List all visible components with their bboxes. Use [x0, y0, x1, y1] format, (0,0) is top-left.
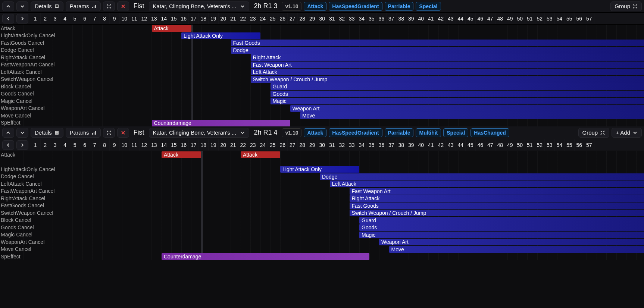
svg-rect-2 — [56, 6, 58, 7]
timeline-bar[interactable]: Attack — [162, 151, 201, 158]
tag-badge[interactable]: Attack — [304, 128, 326, 137]
timeline-bar[interactable]: Left Attack — [251, 69, 644, 75]
timeline-bar[interactable]: Right Attack — [350, 195, 644, 202]
timeline-bar[interactable]: Move — [389, 246, 644, 253]
ruler-tick: 43 — [446, 139, 456, 151]
timeline-bar[interactable]: Counterdamage — [162, 253, 369, 260]
track-label: FastGoods Cancel — [0, 202, 19, 208]
close-button[interactable] — [117, 128, 129, 138]
timeline-bar[interactable]: Right Attack — [251, 54, 644, 61]
params-label: Params — [70, 129, 89, 136]
tag-badge[interactable]: Multihit — [416, 128, 441, 137]
tag-badge[interactable]: Parriable — [385, 128, 414, 137]
group-button[interactable]: Group — [610, 1, 642, 11]
tracks-area: Attack Attack LightAttackOnly Cancel Lig… — [0, 25, 644, 126]
tag-badge[interactable]: Special — [443, 128, 468, 137]
ruler-tick: 35 — [367, 139, 377, 151]
timeline-bar[interactable]: Weapon Art — [379, 239, 644, 245]
bar-label: Move — [302, 113, 315, 119]
timeline-bar[interactable]: Fast Goods — [350, 202, 644, 209]
tag-badge[interactable]: v1.10 — [282, 128, 301, 137]
tag-badge[interactable]: HasSpeedGradient — [329, 2, 382, 11]
ruler-tick: 10 — [120, 13, 130, 24]
group-button[interactable]: Group — [578, 128, 610, 138]
bar-label: Light Attack Only — [282, 166, 322, 172]
frame-ruler[interactable]: 1234567891011121314151617181920212223242… — [31, 139, 644, 151]
timeline-bar[interactable]: Dodge — [320, 173, 644, 180]
weapon-dropdown[interactable]: Katar, Clinging Bone, Veteran's ... — [149, 128, 250, 138]
close-button[interactable] — [117, 1, 129, 11]
track-row: Block Cancel Guard — [0, 217, 644, 224]
params-button[interactable]: Params — [66, 1, 101, 11]
tag-badge[interactable]: Special — [416, 2, 441, 11]
frame-ruler[interactable]: 1234567891011121314151617181920212223242… — [31, 13, 644, 24]
ruler-tick: 56 — [575, 139, 585, 151]
ruler-tick: 15 — [169, 139, 179, 151]
bar-label: Magic — [273, 98, 287, 104]
bar-label: Switch Weapon / Crouch / Jump — [253, 76, 328, 82]
timeline-bar[interactable]: Goods — [271, 91, 644, 97]
ruler-tick: 4 — [60, 13, 71, 24]
details-button[interactable]: Details — [31, 128, 63, 138]
ruler-tick: 22 — [238, 139, 248, 151]
timeline-bar[interactable]: Magic — [359, 232, 644, 238]
category-text: Fist — [131, 129, 147, 136]
timeline-bar[interactable]: Switch Weapon / Crouch / Jump — [350, 210, 644, 216]
ruler-tick: 8 — [100, 139, 110, 151]
ruler-tick: 30 — [318, 139, 328, 151]
timeline-bar[interactable]: Move — [300, 112, 644, 119]
move-name: 2h R1 4 — [251, 129, 279, 136]
timeline-bar[interactable]: Fast Goods — [231, 40, 644, 46]
chevron-down-button[interactable] — [16, 128, 28, 138]
details-button[interactable]: Details — [31, 1, 63, 11]
tags-container: v1.10AttackHasSpeedGradientParriableMult… — [282, 128, 509, 137]
timeline-bar[interactable]: Goods — [359, 224, 644, 231]
scroll-left-button[interactable] — [2, 14, 14, 23]
timeline-bar[interactable]: Fast Weapon Art — [251, 62, 644, 68]
timeline-bar[interactable]: Weapon Art — [290, 105, 644, 112]
timeline-bar[interactable]: Attack — [241, 151, 280, 158]
tag-badge[interactable]: HasSpeedGradient — [329, 128, 382, 137]
scroll-right-button[interactable] — [16, 140, 28, 150]
tag-badge[interactable]: Attack — [304, 2, 326, 11]
ruler-tick: 41 — [426, 139, 436, 151]
bar-label: Right Attack — [352, 195, 380, 201]
timeline-bar[interactable]: Fast Weapon Art — [350, 188, 644, 195]
tag-badge[interactable]: v1.10 — [282, 2, 301, 11]
timeline-bar[interactable]: Attack — [152, 25, 191, 32]
bar-label: Attack — [164, 152, 178, 158]
ruler-tick: 3 — [50, 13, 60, 24]
ruler-tick: 10 — [120, 139, 130, 151]
bar-label: Light Attack Only — [184, 33, 223, 39]
timeline-bar[interactable]: Left Attack — [330, 180, 644, 187]
collapse-button[interactable] — [103, 128, 115, 138]
chevron-up-button[interactable] — [2, 1, 14, 11]
timeline-bar[interactable]: Guard — [271, 83, 644, 90]
params-label: Params — [70, 3, 89, 9]
track-label: Magic Cancel — [0, 232, 19, 238]
ruler-tick: 17 — [189, 13, 199, 24]
timeline-bar[interactable]: Magic — [271, 98, 644, 104]
chevron-up-button[interactable] — [2, 128, 14, 138]
scroll-right-button[interactable] — [16, 14, 28, 23]
timeline-bar[interactable]: Dodge — [231, 47, 644, 54]
tag-badge[interactable]: Parriable — [385, 2, 414, 11]
add-button[interactable]: + Add — [612, 128, 642, 138]
timeline-bar[interactable]: Counterdamage — [152, 120, 290, 126]
ruler-tick: 40 — [416, 13, 426, 24]
bar-label: Fast Weapon Art — [253, 62, 292, 68]
timeline-bar[interactable]: Switch Weapon / Crouch / Jump — [251, 76, 644, 83]
timeline-bar[interactable]: Light Attack Only — [181, 32, 260, 39]
chevron-down-icon — [632, 130, 638, 135]
timeline-bar[interactable]: Light Attack Only — [280, 166, 359, 173]
weapon-dropdown[interactable]: Katar, Clinging Bone, Veteran's ... — [149, 1, 250, 11]
collapse-button[interactable] — [103, 1, 115, 11]
params-button[interactable]: Params — [66, 128, 101, 138]
details-label: Details — [35, 129, 52, 136]
tag-badge[interactable]: HasChanged — [471, 128, 509, 137]
timeline-bar[interactable]: Guard — [359, 217, 644, 224]
scroll-left-button[interactable] — [2, 140, 14, 150]
chevron-down-button[interactable] — [16, 1, 28, 11]
ruler-tick: 47 — [485, 13, 495, 24]
add-label: + Add — [616, 129, 630, 136]
